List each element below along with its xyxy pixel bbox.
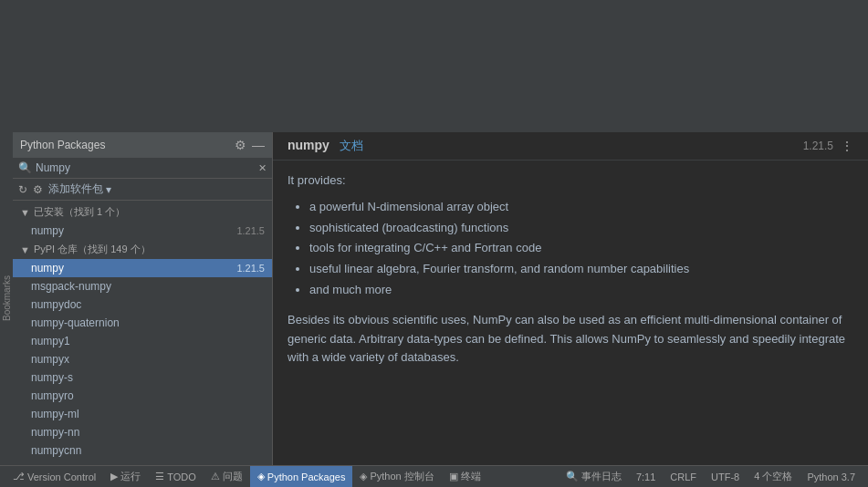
status-problems[interactable]: ⚠ 问题 bbox=[204, 466, 250, 487]
python-console-label: Python 控制台 bbox=[370, 470, 434, 483]
panel-header-icons: ⚙ — bbox=[235, 138, 265, 152]
pypi-package-name-6: numpy-s bbox=[31, 371, 265, 384]
installed-section-label: 已安装（找到 1 个） bbox=[34, 205, 125, 219]
feature-list: a powerful N-dimensional array object so… bbox=[288, 198, 853, 300]
package-list: ▼ 已安装（找到 1 个） numpy 1.21.5 ▼ PyPI 仓库（找到 … bbox=[13, 201, 272, 465]
installed-package-name: numpy bbox=[31, 224, 236, 237]
clear-icon[interactable]: ✕ bbox=[258, 162, 267, 174]
main-container: Bookmarks Python Packages ⚙ — 🔍 ✕ ↻ ⚙ 添加… bbox=[0, 132, 868, 465]
run-icon: ▶ bbox=[110, 471, 118, 482]
pypi-package-numpydoc[interactable]: numpydoc bbox=[13, 295, 272, 314]
status-bar-right: 🔍 事件日志 7:11 CRLF UTF-8 4 个空格 Python 3.7 bbox=[559, 470, 863, 483]
gear-icon[interactable]: ⚙ bbox=[235, 138, 246, 152]
pypi-package-name-7: numpyro bbox=[31, 389, 265, 402]
bookmarks-strip: Bookmarks bbox=[0, 132, 13, 465]
search-input[interactable] bbox=[36, 161, 255, 174]
installed-package-version: 1.21.5 bbox=[236, 225, 265, 236]
package-detail-name-row: numpy 文档 bbox=[288, 138, 363, 154]
package-detail-header: numpy 文档 1.21.5 ⋮ bbox=[273, 132, 868, 161]
spaces-value: 4 个空格 bbox=[754, 470, 792, 483]
todo-label: TODO bbox=[167, 471, 196, 482]
status-version-control[interactable]: ⎇ Version Control bbox=[5, 466, 103, 487]
installed-section-header[interactable]: ▼ 已安装（找到 1 个） bbox=[13, 202, 272, 222]
description-text: Besides its obvious scientific uses, Num… bbox=[288, 311, 853, 368]
package-detail-body: It provides: a powerful N-dimensional ar… bbox=[273, 161, 868, 465]
detail-menu-icon[interactable]: ⋮ bbox=[841, 139, 853, 153]
pypi-package-numpy-quaternion[interactable]: numpy-quaternion bbox=[13, 314, 272, 332]
search-icon: 🔍 bbox=[18, 161, 32, 174]
pypi-package-numpy1[interactable]: numpy1 bbox=[13, 332, 272, 350]
pypi-package-version-0: 1.21.5 bbox=[236, 263, 265, 274]
close-icon[interactable]: — bbox=[252, 138, 265, 152]
todo-icon: ☰ bbox=[155, 471, 164, 482]
status-terminal[interactable]: ▣ 终端 bbox=[442, 466, 488, 487]
status-line-col: 7:11 bbox=[629, 471, 663, 482]
pypi-package-name-4: numpy1 bbox=[31, 335, 265, 347]
feature-item-0: a powerful N-dimensional array object bbox=[309, 198, 853, 217]
pypi-package-name-2: numpydoc bbox=[31, 298, 265, 311]
line-col-value: 7:11 bbox=[636, 471, 655, 482]
package-detail-version-row: 1.21.5 ⋮ bbox=[803, 139, 853, 153]
right-panel: numpy 文档 1.21.5 ⋮ It provides: a powerfu… bbox=[273, 132, 868, 465]
pypi-package-numpyro[interactable]: numpyro bbox=[13, 387, 272, 405]
pypi-section-label: PyPI 仓库（找到 149 个） bbox=[34, 243, 151, 256]
add-package-label: 添加软件包 bbox=[48, 181, 103, 197]
pypi-package-name-5: numpyx bbox=[31, 353, 265, 366]
python-console-icon: ◈ bbox=[360, 471, 367, 482]
top-area bbox=[0, 0, 868, 132]
pypi-package-numpyx[interactable]: numpyx bbox=[13, 350, 272, 368]
status-python-console[interactable]: ◈ Python 控制台 bbox=[352, 466, 441, 487]
status-python-version[interactable]: Python 3.7 bbox=[800, 471, 863, 482]
settings-icon[interactable]: ⚙ bbox=[33, 183, 43, 196]
panel-title: Python Packages bbox=[20, 139, 105, 151]
status-crlf[interactable]: CRLF bbox=[663, 471, 704, 482]
status-encoding[interactable]: UTF-8 bbox=[704, 471, 747, 482]
pypi-package-name-0: numpy bbox=[31, 262, 236, 275]
feature-item-4: and much more bbox=[309, 281, 853, 300]
pypi-package-numpy-ml[interactable]: numpy-ml bbox=[13, 405, 272, 423]
pypi-arrow: ▼ bbox=[20, 244, 30, 255]
status-bar: ⎇ Version Control ▶ 运行 ☰ TODO ⚠ 问题 ◈ Pyt… bbox=[0, 465, 868, 487]
encoding-value: UTF-8 bbox=[711, 471, 739, 482]
pypi-package-name-10: numpycnn bbox=[31, 444, 265, 457]
add-package-button[interactable]: 添加软件包 ▾ bbox=[48, 181, 111, 197]
pypi-package-msgpack-numpy[interactable]: msgpack-numpy bbox=[13, 277, 272, 295]
pypi-package-numpy-s[interactable]: numpy-s bbox=[13, 368, 272, 387]
status-python-packages[interactable]: ◈ Python Packages bbox=[250, 466, 353, 487]
version-control-label: Version Control bbox=[27, 471, 96, 482]
left-panel: Python Packages ⚙ — 🔍 ✕ ↻ ⚙ 添加软件包 ▾ ▼ bbox=[13, 132, 273, 465]
python-version-value: Python 3.7 bbox=[807, 471, 855, 482]
status-run[interactable]: ▶ 运行 bbox=[103, 466, 148, 487]
feature-item-2: tools for integrating C/C++ and Fortran … bbox=[309, 239, 853, 258]
event-log-label: 事件日志 bbox=[581, 470, 622, 483]
problems-label: 问题 bbox=[223, 470, 243, 483]
pypi-package-name-1: msgpack-numpy bbox=[31, 280, 265, 293]
pypi-package-numpy[interactable]: numpy 1.21.5 bbox=[13, 259, 272, 277]
package-detail-link[interactable]: 文档 bbox=[340, 139, 363, 152]
pypi-section-header[interactable]: ▼ PyPI 仓库（找到 149 个） bbox=[13, 240, 272, 259]
terminal-label: 终端 bbox=[461, 470, 481, 483]
terminal-icon: ▣ bbox=[449, 471, 458, 482]
status-todo[interactable]: ☰ TODO bbox=[148, 466, 204, 487]
status-event-log[interactable]: 🔍 事件日志 bbox=[559, 470, 629, 483]
pypi-package-name-9: numpy-nn bbox=[31, 426, 265, 439]
package-detail-version: 1.21.5 bbox=[803, 140, 833, 152]
installed-package-numpy[interactable]: numpy 1.21.5 bbox=[13, 222, 272, 240]
feature-item-3: useful linear algebra, Fourier transform… bbox=[309, 260, 853, 279]
feature-item-1: sophisticated (broadcasting) functions bbox=[309, 219, 853, 238]
bookmarks-label: Bookmarks bbox=[2, 275, 12, 321]
python-packages-icon: ◈ bbox=[257, 471, 265, 482]
add-package-dropdown-icon: ▾ bbox=[106, 183, 111, 196]
pypi-package-numpy-nn[interactable]: numpy-nn bbox=[13, 423, 272, 441]
event-log-icon: 🔍 bbox=[566, 471, 579, 482]
problems-icon: ⚠ bbox=[211, 471, 220, 482]
python-packages-label: Python Packages bbox=[267, 471, 346, 482]
refresh-icon[interactable]: ↻ bbox=[18, 183, 27, 196]
installed-arrow: ▼ bbox=[20, 207, 30, 218]
version-control-icon: ⎇ bbox=[13, 471, 25, 482]
pypi-package-name-8: numpy-ml bbox=[31, 408, 265, 420]
pypi-package-numpycnn[interactable]: numpycnn bbox=[13, 441, 272, 460]
toolbar-row: ↻ ⚙ 添加软件包 ▾ bbox=[13, 179, 272, 201]
status-spaces[interactable]: 4 个空格 bbox=[747, 470, 800, 483]
crlf-value: CRLF bbox=[670, 471, 696, 482]
